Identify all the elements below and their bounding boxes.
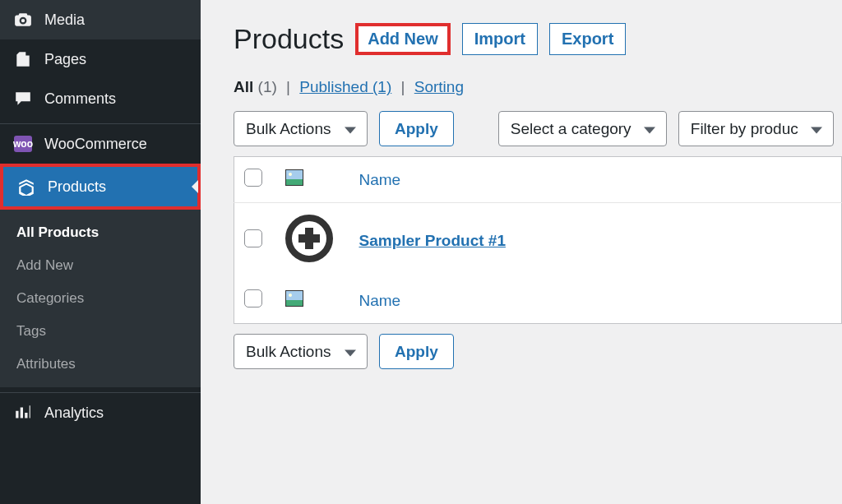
bulk-actions-select-bottom[interactable]: Bulk Actions [234, 334, 368, 369]
export-button[interactable]: Export [549, 23, 626, 55]
sidebar-item-comments[interactable]: Comments [0, 79, 201, 118]
plus-icon [285, 215, 333, 262]
sidebar-item-media[interactable]: Media [0, 0, 201, 39]
table-header-row: Name [234, 157, 842, 203]
filter-sorting[interactable]: Sorting [414, 78, 464, 95]
bulk-actions-select[interactable]: Bulk Actions [234, 111, 368, 146]
sidebar-label: Analytics [44, 405, 104, 422]
filter-published[interactable]: Published (1) [299, 78, 391, 95]
name-column-footer[interactable]: Name [349, 278, 842, 324]
select-all-header [234, 157, 275, 203]
submenu-categories[interactable]: Categories [0, 282, 201, 315]
sidebar-label: WooCommerce [44, 136, 147, 153]
page-header: Products Add New Import Export [234, 23, 842, 55]
products-submenu: All Products Add New Categories Tags Att… [0, 210, 201, 387]
apply-button[interactable]: Apply [379, 111, 454, 146]
woocommerce-icon: woo [13, 134, 33, 154]
product-name-link[interactable]: Sampler Product #1 [359, 232, 506, 249]
main-content: Products Add New Import Export All (1) |… [201, 0, 842, 504]
name-column-header[interactable]: Name [349, 157, 842, 203]
sidebar-item-analytics[interactable]: Analytics [0, 393, 201, 432]
select-all-checkbox-footer[interactable] [244, 289, 262, 307]
image-icon [285, 169, 303, 186]
pages-icon [13, 49, 33, 69]
table-row: Sampler Product #1 [234, 203, 842, 279]
product-type-filter-select[interactable]: Filter by produc [678, 111, 834, 146]
comment-icon [13, 89, 33, 109]
sidebar-item-products[interactable]: Products [0, 164, 201, 210]
tablenav-bottom: Bulk Actions Apply [234, 334, 842, 369]
sidebar-item-woocommerce[interactable]: woo WooCommerce [0, 124, 201, 164]
image-header [275, 157, 349, 203]
add-new-button[interactable]: Add New [355, 23, 451, 55]
category-filter-select[interactable]: Select a category [498, 111, 667, 146]
page-title: Products [234, 23, 344, 55]
sidebar-item-pages[interactable]: Pages [0, 39, 201, 79]
chart-bar-icon [13, 403, 33, 423]
submenu-attributes[interactable]: Attributes [0, 348, 201, 381]
sidebar-label: Products [48, 178, 106, 196]
image-icon [285, 290, 303, 307]
table-footer-row: Name [234, 278, 842, 324]
tablenav-top: Bulk Actions Apply Select a category Fil… [234, 111, 842, 146]
submenu-add-new[interactable]: Add New [0, 249, 201, 282]
admin-sidebar: Media Pages Comments woo WooCommerce Pro… [0, 0, 201, 504]
products-table: Name Sampler Product #1 Name [234, 156, 842, 324]
camera-icon [13, 10, 33, 30]
bulk-actions-wrap: Bulk Actions [234, 111, 368, 146]
archive-icon [16, 177, 36, 197]
status-filters: All (1) | Published (1) | Sorting [234, 78, 842, 96]
row-checkbox[interactable] [244, 229, 262, 247]
filter-all[interactable]: All (1) [234, 78, 277, 95]
select-all-checkbox[interactable] [244, 169, 262, 187]
submenu-all-products[interactable]: All Products [0, 216, 201, 249]
product-thumbnail[interactable] [285, 215, 333, 262]
import-button[interactable]: Import [462, 23, 538, 55]
submenu-tags[interactable]: Tags [0, 315, 201, 348]
bulk-actions-wrap-bottom: Bulk Actions [234, 334, 368, 369]
apply-button-bottom[interactable]: Apply [379, 334, 454, 369]
sidebar-label: Comments [44, 90, 116, 108]
product-filter-wrap: Filter by produc [678, 111, 834, 146]
category-filter-wrap: Select a category [498, 111, 667, 146]
sidebar-label: Pages [44, 51, 86, 68]
sidebar-label: Media [44, 12, 85, 29]
